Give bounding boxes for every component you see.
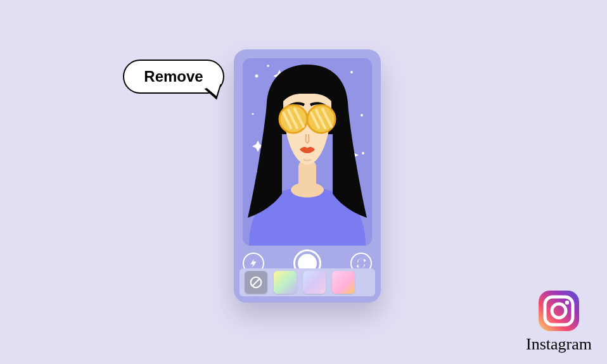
instagram-icon <box>536 288 582 334</box>
svg-point-3 <box>361 114 363 116</box>
filter-swatch-2[interactable] <box>303 271 326 294</box>
camera-viewfinder <box>243 58 372 246</box>
svg-point-6 <box>362 152 364 154</box>
instagram-brand: Instagram <box>526 288 592 354</box>
camera-card <box>234 49 381 303</box>
filter-tray <box>240 268 375 296</box>
filter-swatch-1[interactable] <box>274 271 297 294</box>
filter-swatch-3[interactable] <box>332 271 355 294</box>
svg-line-14 <box>253 279 260 286</box>
svg-point-1 <box>267 65 269 67</box>
svg-point-2 <box>350 71 353 73</box>
speech-label: Remove <box>144 68 203 85</box>
svg-point-18 <box>565 301 569 304</box>
no-filter-icon <box>249 275 263 289</box>
svg-point-8 <box>291 182 324 198</box>
flash-icon <box>248 258 259 268</box>
svg-point-4 <box>252 113 253 115</box>
avatar-illustration <box>243 58 372 246</box>
instagram-wordmark: Instagram <box>526 335 592 354</box>
switch-camera-icon <box>355 258 367 269</box>
svg-point-0 <box>255 75 259 78</box>
filter-none[interactable] <box>245 271 267 294</box>
